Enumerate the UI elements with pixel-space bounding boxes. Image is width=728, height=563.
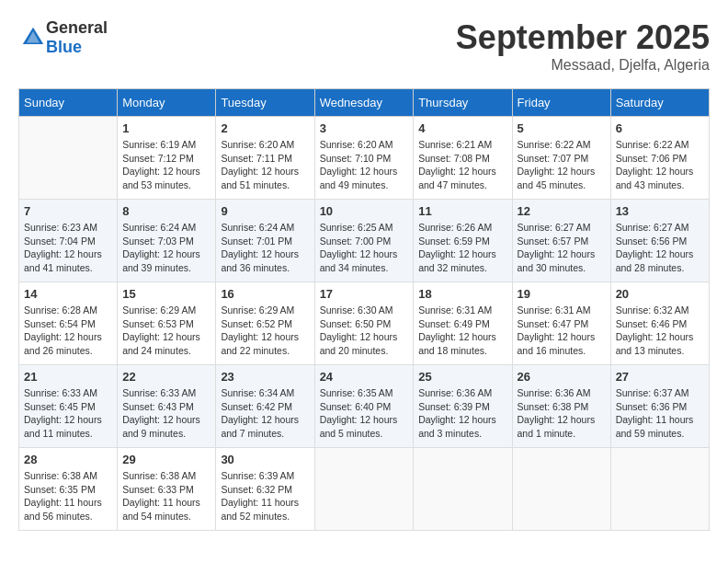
weekday-header-monday: Monday bbox=[118, 89, 216, 117]
day-number: 13 bbox=[616, 204, 704, 218]
calendar-cell: 6Sunrise: 6:22 AM Sunset: 7:06 PM Daylig… bbox=[610, 117, 709, 200]
calendar-table: SundayMondayTuesdayWednesdayThursdayFrid… bbox=[18, 88, 710, 531]
day-number: 6 bbox=[616, 121, 704, 135]
calendar-cell: 5Sunrise: 6:22 AM Sunset: 7:07 PM Daylig… bbox=[512, 117, 610, 200]
day-number: 4 bbox=[418, 121, 506, 135]
day-number: 22 bbox=[122, 370, 210, 384]
day-number: 24 bbox=[320, 370, 409, 384]
calendar-cell bbox=[414, 448, 512, 531]
day-number: 12 bbox=[518, 204, 606, 218]
day-info: Sunrise: 6:28 AM Sunset: 6:54 PM Dayligh… bbox=[24, 304, 112, 358]
day-number: 14 bbox=[24, 287, 112, 301]
day-number: 23 bbox=[221, 370, 309, 384]
month-title: September 2025 bbox=[456, 18, 710, 57]
calendar-cell: 23Sunrise: 6:34 AM Sunset: 6:42 PM Dayli… bbox=[216, 365, 314, 448]
calendar-cell: 9Sunrise: 6:24 AM Sunset: 7:01 PM Daylig… bbox=[216, 200, 314, 282]
day-info: Sunrise: 6:27 AM Sunset: 6:57 PM Dayligh… bbox=[518, 221, 606, 275]
calendar-cell bbox=[19, 117, 118, 200]
day-number: 2 bbox=[221, 121, 309, 135]
weekday-header-tuesday: Tuesday bbox=[216, 89, 314, 117]
calendar-cell: 4Sunrise: 6:21 AM Sunset: 7:08 PM Daylig… bbox=[414, 117, 512, 200]
logo-text-blue: Blue bbox=[46, 38, 82, 56]
day-info: Sunrise: 6:31 AM Sunset: 6:49 PM Dayligh… bbox=[418, 304, 506, 358]
day-number: 1 bbox=[122, 121, 210, 135]
weekday-header-saturday: Saturday bbox=[610, 89, 709, 117]
day-info: Sunrise: 6:24 AM Sunset: 7:01 PM Dayligh… bbox=[221, 221, 309, 275]
day-number: 9 bbox=[221, 204, 309, 218]
day-info: Sunrise: 6:22 AM Sunset: 7:06 PM Dayligh… bbox=[616, 138, 704, 192]
day-number: 17 bbox=[320, 287, 409, 301]
calendar-cell: 1Sunrise: 6:19 AM Sunset: 7:12 PM Daylig… bbox=[118, 117, 216, 200]
calendar-week-row: 7Sunrise: 6:23 AM Sunset: 7:04 PM Daylig… bbox=[19, 200, 710, 282]
calendar-cell: 28Sunrise: 6:38 AM Sunset: 6:35 PM Dayli… bbox=[19, 448, 118, 531]
calendar-cell bbox=[314, 448, 414, 531]
calendar-cell: 17Sunrise: 6:30 AM Sunset: 6:50 PM Dayli… bbox=[314, 282, 414, 365]
day-number: 8 bbox=[122, 204, 210, 218]
day-info: Sunrise: 6:29 AM Sunset: 6:53 PM Dayligh… bbox=[122, 304, 210, 358]
day-number: 27 bbox=[616, 370, 704, 384]
day-number: 5 bbox=[518, 121, 606, 135]
weekday-header-wednesday: Wednesday bbox=[314, 89, 414, 117]
calendar-week-row: 1Sunrise: 6:19 AM Sunset: 7:12 PM Daylig… bbox=[19, 117, 710, 200]
day-info: Sunrise: 6:38 AM Sunset: 6:35 PM Dayligh… bbox=[24, 469, 112, 523]
calendar-week-row: 14Sunrise: 6:28 AM Sunset: 6:54 PM Dayli… bbox=[19, 282, 710, 365]
weekday-header-friday: Friday bbox=[512, 89, 610, 117]
day-number: 3 bbox=[320, 121, 409, 135]
day-info: Sunrise: 6:38 AM Sunset: 6:33 PM Dayligh… bbox=[122, 469, 210, 523]
calendar-cell: 20Sunrise: 6:32 AM Sunset: 6:46 PM Dayli… bbox=[610, 282, 709, 365]
day-info: Sunrise: 6:25 AM Sunset: 7:00 PM Dayligh… bbox=[320, 221, 409, 275]
day-info: Sunrise: 6:32 AM Sunset: 6:46 PM Dayligh… bbox=[616, 304, 704, 358]
calendar-cell: 2Sunrise: 6:20 AM Sunset: 7:11 PM Daylig… bbox=[216, 117, 314, 200]
calendar-cell: 19Sunrise: 6:31 AM Sunset: 6:47 PM Dayli… bbox=[512, 282, 610, 365]
calendar-cell: 11Sunrise: 6:26 AM Sunset: 6:59 PM Dayli… bbox=[414, 200, 512, 282]
day-info: Sunrise: 6:22 AM Sunset: 7:07 PM Dayligh… bbox=[518, 138, 606, 192]
day-number: 28 bbox=[24, 453, 112, 466]
calendar-cell: 15Sunrise: 6:29 AM Sunset: 6:53 PM Dayli… bbox=[118, 282, 216, 365]
day-info: Sunrise: 6:35 AM Sunset: 6:40 PM Dayligh… bbox=[320, 386, 409, 441]
calendar-week-row: 28Sunrise: 6:38 AM Sunset: 6:35 PM Dayli… bbox=[19, 448, 710, 531]
title-block: September 2025 Messaad, Djelfa, Algeria bbox=[456, 18, 710, 74]
day-info: Sunrise: 6:23 AM Sunset: 7:04 PM Dayligh… bbox=[24, 221, 112, 275]
calendar-cell: 26Sunrise: 6:36 AM Sunset: 6:38 PM Dayli… bbox=[512, 365, 610, 448]
location-title: Messaad, Djelfa, Algeria bbox=[456, 57, 710, 74]
day-info: Sunrise: 6:33 AM Sunset: 6:45 PM Dayligh… bbox=[24, 386, 112, 441]
calendar-cell: 10Sunrise: 6:25 AM Sunset: 7:00 PM Dayli… bbox=[314, 200, 414, 282]
day-number: 16 bbox=[221, 287, 309, 301]
day-info: Sunrise: 6:39 AM Sunset: 6:32 PM Dayligh… bbox=[221, 469, 309, 523]
calendar-cell: 21Sunrise: 6:33 AM Sunset: 6:45 PM Dayli… bbox=[19, 365, 118, 448]
calendar-cell bbox=[610, 448, 709, 531]
calendar-cell: 25Sunrise: 6:36 AM Sunset: 6:39 PM Dayli… bbox=[414, 365, 512, 448]
day-info: Sunrise: 6:33 AM Sunset: 6:43 PM Dayligh… bbox=[122, 386, 210, 441]
calendar-cell: 27Sunrise: 6:37 AM Sunset: 6:36 PM Dayli… bbox=[610, 365, 709, 448]
calendar-cell: 13Sunrise: 6:27 AM Sunset: 6:56 PM Dayli… bbox=[610, 200, 709, 282]
calendar-cell: 24Sunrise: 6:35 AM Sunset: 6:40 PM Dayli… bbox=[314, 365, 414, 448]
day-info: Sunrise: 6:20 AM Sunset: 7:10 PM Dayligh… bbox=[320, 138, 409, 192]
calendar-body: 1Sunrise: 6:19 AM Sunset: 7:12 PM Daylig… bbox=[19, 117, 710, 531]
day-info: Sunrise: 6:34 AM Sunset: 6:42 PM Dayligh… bbox=[221, 386, 309, 441]
day-number: 19 bbox=[518, 287, 606, 301]
day-info: Sunrise: 6:19 AM Sunset: 7:12 PM Dayligh… bbox=[122, 138, 210, 192]
day-info: Sunrise: 6:21 AM Sunset: 7:08 PM Dayligh… bbox=[418, 138, 506, 192]
calendar-cell: 30Sunrise: 6:39 AM Sunset: 6:32 PM Dayli… bbox=[216, 448, 314, 531]
weekday-header-sunday: Sunday bbox=[19, 89, 118, 117]
calendar-cell: 14Sunrise: 6:28 AM Sunset: 6:54 PM Dayli… bbox=[19, 282, 118, 365]
calendar-cell: 8Sunrise: 6:24 AM Sunset: 7:03 PM Daylig… bbox=[118, 200, 216, 282]
calendar-cell: 16Sunrise: 6:29 AM Sunset: 6:52 PM Dayli… bbox=[216, 282, 314, 365]
day-info: Sunrise: 6:29 AM Sunset: 6:52 PM Dayligh… bbox=[221, 304, 309, 358]
calendar-cell: 7Sunrise: 6:23 AM Sunset: 7:04 PM Daylig… bbox=[19, 200, 118, 282]
day-info: Sunrise: 6:36 AM Sunset: 6:39 PM Dayligh… bbox=[418, 386, 506, 441]
day-number: 7 bbox=[24, 204, 112, 218]
day-number: 11 bbox=[418, 204, 506, 218]
calendar-cell bbox=[512, 448, 610, 531]
calendar-header-row: SundayMondayTuesdayWednesdayThursdayFrid… bbox=[19, 89, 710, 117]
day-info: Sunrise: 6:37 AM Sunset: 6:36 PM Dayligh… bbox=[616, 386, 704, 441]
calendar-cell: 22Sunrise: 6:33 AM Sunset: 6:43 PM Dayli… bbox=[118, 365, 216, 448]
logo: General Blue bbox=[18, 18, 108, 57]
day-info: Sunrise: 6:27 AM Sunset: 6:56 PM Dayligh… bbox=[616, 221, 704, 275]
calendar-cell: 3Sunrise: 6:20 AM Sunset: 7:10 PM Daylig… bbox=[314, 117, 414, 200]
day-info: Sunrise: 6:31 AM Sunset: 6:47 PM Dayligh… bbox=[518, 304, 606, 358]
calendar-cell: 29Sunrise: 6:38 AM Sunset: 6:33 PM Dayli… bbox=[118, 448, 216, 531]
day-number: 25 bbox=[418, 370, 506, 384]
day-info: Sunrise: 6:30 AM Sunset: 6:50 PM Dayligh… bbox=[320, 304, 409, 358]
day-number: 15 bbox=[122, 287, 210, 301]
